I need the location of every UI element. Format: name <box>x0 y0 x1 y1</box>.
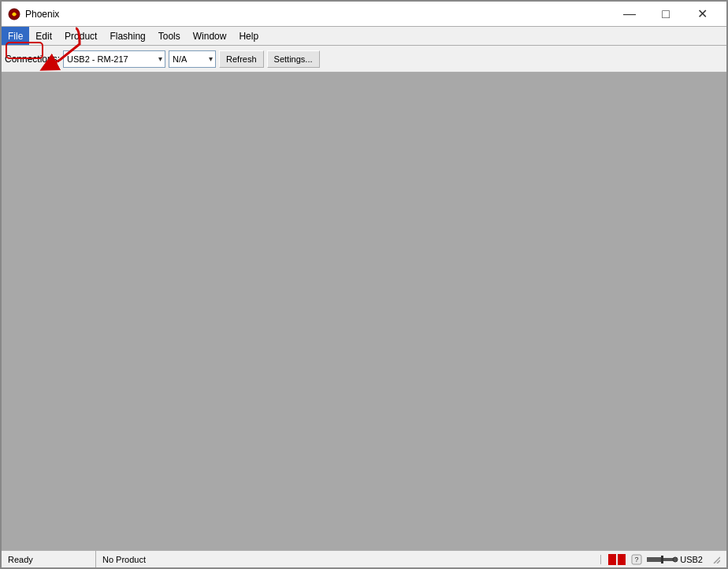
svg-rect-4 <box>647 557 661 562</box>
svg-text:?: ? <box>635 556 639 563</box>
svg-rect-5 <box>661 556 663 563</box>
connections-label: Connections: <box>5 54 60 65</box>
application-window: Phoenix — □ ✕ File Edit Product Flashing… <box>0 0 728 569</box>
title-bar: Phoenix — □ ✕ <box>2 2 726 27</box>
usb-label: USB2 <box>680 555 703 564</box>
status-ready: Ready <box>2 551 96 567</box>
settings-button[interactable]: Settings... <box>267 50 320 68</box>
red-squares-icon <box>607 554 626 565</box>
menu-item-tools[interactable]: Tools <box>152 27 187 45</box>
app-title: Phoenix <box>25 9 59 20</box>
minimize-button[interactable]: — <box>611 2 648 27</box>
app-icon <box>8 8 20 20</box>
resize-grip[interactable] <box>711 554 720 565</box>
svg-line-9 <box>717 560 720 563</box>
refresh-button[interactable]: Refresh <box>219 50 264 68</box>
toolbar: Connections: USB2 - RM-217 N/A Refresh S… <box>2 46 726 73</box>
menu-item-help[interactable]: Help <box>232 27 265 45</box>
svg-line-8 <box>714 557 720 563</box>
menu-item-window[interactable]: Window <box>187 27 233 45</box>
na-select-wrapper: N/A <box>169 50 216 68</box>
main-content-area <box>2 73 726 550</box>
red-square-2 <box>618 554 626 565</box>
status-icons: ? USB2 <box>601 554 726 565</box>
status-product: No Product <box>96 555 601 564</box>
close-button[interactable]: ✕ <box>684 2 720 27</box>
question-icon: ? <box>631 554 642 565</box>
title-bar-left: Phoenix <box>8 8 59 20</box>
red-square-1 <box>608 554 616 565</box>
menu-item-file[interactable]: File <box>2 27 29 45</box>
menu-bar: File Edit Product Flashing Tools Window … <box>2 27 726 46</box>
connection-select-wrapper: USB2 - RM-217 <box>63 50 165 68</box>
status-bar: Ready No Product ? <box>2 550 726 567</box>
menu-item-product[interactable]: Product <box>58 27 103 45</box>
maximize-button[interactable]: □ <box>648 2 684 27</box>
menu-item-flashing[interactable]: Flashing <box>103 27 151 45</box>
connection-select[interactable]: USB2 - RM-217 <box>63 50 165 68</box>
usb-icon: USB2 <box>647 554 703 565</box>
svg-point-7 <box>673 557 678 562</box>
menu-item-edit[interactable]: Edit <box>29 27 58 45</box>
na-select[interactable]: N/A <box>169 50 216 68</box>
title-bar-controls: — □ ✕ <box>611 2 720 27</box>
